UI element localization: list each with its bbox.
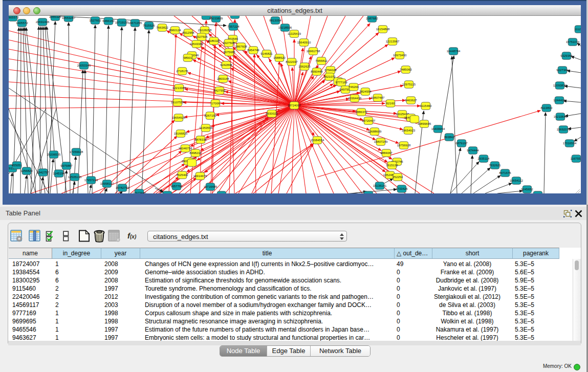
svg-text:6466160: 6466160: [102, 19, 115, 23]
svg-text:10899695: 10899695: [418, 122, 431, 125]
svg-text:1167553: 1167553: [571, 157, 581, 160]
svg-text:9474444: 9474444: [467, 149, 479, 152]
svg-text:15692071: 15692071: [557, 128, 571, 131]
svg-text:1905572: 1905572: [9, 16, 19, 19]
svg-text:8471676: 8471676: [499, 171, 511, 174]
svg-text:19654925: 19654925: [172, 116, 186, 119]
svg-text:11353594: 11353594: [199, 126, 213, 129]
svg-text:17006: 17006: [211, 102, 220, 105]
svg-text:8267150: 8267150: [204, 114, 216, 117]
svg-text:8912954: 8912954: [182, 31, 194, 34]
svg-text:10973493: 10973493: [393, 54, 407, 57]
svg-text:1615132: 1615132: [386, 164, 398, 167]
svg-text:7625402: 7625402: [176, 173, 188, 177]
svg-text:252254: 252254: [393, 176, 403, 179]
svg-text:1621072: 1621072: [323, 75, 336, 78]
svg-text:2867608: 2867608: [235, 45, 247, 48]
svg-text:16033809: 16033809: [209, 17, 223, 20]
svg-text:16961758: 16961758: [307, 50, 320, 53]
svg-text:1244419: 1244419: [553, 99, 565, 102]
svg-text:2942757: 2942757: [37, 171, 49, 174]
svg-text:9777169: 9777169: [335, 81, 347, 84]
svg-text:15807249: 15807249: [374, 140, 388, 143]
svg-text:15136141: 15136141: [373, 184, 387, 187]
svg-text:2935114: 2935114: [478, 157, 490, 160]
svg-text:8930023: 8930023: [266, 112, 278, 115]
svg-text:98901: 98901: [184, 56, 192, 59]
svg-text:2718176: 2718176: [176, 70, 188, 73]
svg-text:12213967: 12213967: [386, 40, 400, 43]
svg-text:3675685: 3675685: [223, 51, 235, 54]
svg-text:7485063: 7485063: [400, 68, 412, 71]
svg-text:9227342: 9227342: [556, 69, 569, 72]
svg-text:23226058: 23226058: [198, 29, 212, 32]
svg-text:8813054: 8813054: [269, 19, 281, 22]
svg-text:7663822: 7663822: [156, 26, 168, 29]
svg-text:2803144: 2803144: [217, 77, 229, 80]
svg-text:9975887: 9975887: [60, 164, 73, 167]
svg-text:16046758: 16046758: [179, 147, 192, 150]
svg-text:6879197: 6879197: [455, 142, 468, 145]
svg-text:16671355: 16671355: [128, 21, 142, 25]
svg-text:17016504: 17016504: [563, 142, 577, 145]
svg-text:8322037: 8322037: [286, 60, 298, 63]
svg-text:20364436: 20364436: [348, 97, 362, 100]
svg-text:10688609: 10688609: [368, 130, 382, 133]
svg-text:11325419: 11325419: [288, 32, 301, 35]
svg-text:8960124: 8960124: [169, 29, 181, 32]
svg-text:8878334: 8878334: [194, 138, 207, 141]
svg-text:7955812: 7955812: [315, 59, 328, 62]
svg-text:9657791: 9657791: [170, 185, 183, 188]
svg-text:1145194: 1145194: [53, 172, 66, 175]
svg-text:8498212: 8498212: [189, 151, 202, 155]
svg-text:111233: 111233: [574, 28, 581, 31]
svg-text:1733426: 1733426: [396, 187, 408, 190]
svg-text:16782759: 16782759: [116, 186, 129, 189]
svg-text:3824554: 3824554: [359, 90, 372, 93]
svg-text:7632621: 7632621: [489, 164, 501, 167]
svg-text:2087682: 2087682: [366, 17, 378, 20]
svg-text:8186325: 8186325: [208, 39, 220, 42]
svg-text:17957223: 17957223: [84, 179, 98, 182]
svg-text:7515526: 7515526: [143, 24, 155, 27]
svg-text:8990448: 8990448: [311, 70, 323, 73]
svg-text:1588520: 1588520: [273, 56, 286, 59]
svg-text:15384554: 15384554: [311, 139, 324, 142]
svg-text:15640910: 15640910: [297, 41, 311, 44]
svg-text:7886372: 7886372: [355, 111, 367, 114]
svg-text:9463627: 9463627: [405, 99, 417, 102]
svg-text:15751074: 15751074: [566, 40, 580, 43]
svg-text:8454749: 8454749: [247, 49, 259, 52]
svg-text:10553267: 10553267: [62, 16, 76, 19]
svg-text:8427552: 8427552: [213, 89, 226, 92]
svg-text:10654112: 10654112: [510, 179, 524, 182]
svg-text:9242848: 9242848: [220, 63, 232, 67]
svg-text:893842: 893842: [444, 136, 455, 139]
svg-text:16409954: 16409954: [431, 127, 445, 130]
svg-text:9327505: 9327505: [195, 35, 208, 38]
svg-text:9146821: 9146821: [260, 52, 273, 55]
svg-text:1405572: 1405572: [16, 21, 28, 25]
svg-text:17359928: 17359928: [70, 150, 83, 154]
svg-text:12505135: 12505135: [68, 176, 82, 179]
svg-text:9329366: 9329366: [560, 54, 573, 57]
svg-text:12975115: 12975115: [402, 83, 416, 86]
svg-text:12923446: 12923446: [133, 191, 146, 193]
svg-text:15716485: 15716485: [204, 185, 217, 188]
svg-text:9245652: 9245652: [521, 188, 533, 191]
svg-text:455051: 455051: [12, 164, 23, 167]
svg-text:19654923: 19654923: [402, 129, 416, 132]
svg-text:2055326: 2055326: [49, 16, 61, 18]
svg-text:1256829: 1256829: [20, 169, 33, 172]
svg-text:15720407: 15720407: [362, 119, 376, 122]
svg-text:9327508: 9327508: [223, 41, 235, 45]
svg-text:8113833: 8113833: [541, 106, 553, 110]
svg-text:20053346: 20053346: [77, 64, 91, 67]
svg-text:19756928: 19756928: [397, 144, 411, 147]
svg-text:10807487: 10807487: [371, 96, 385, 99]
svg-text:746266: 746266: [349, 85, 359, 89]
svg-text:9115460: 9115460: [420, 104, 432, 107]
svg-text:1527602: 1527602: [89, 19, 101, 22]
svg-text:10543382: 10543382: [190, 42, 204, 46]
svg-text:19218506: 19218506: [278, 26, 292, 29]
